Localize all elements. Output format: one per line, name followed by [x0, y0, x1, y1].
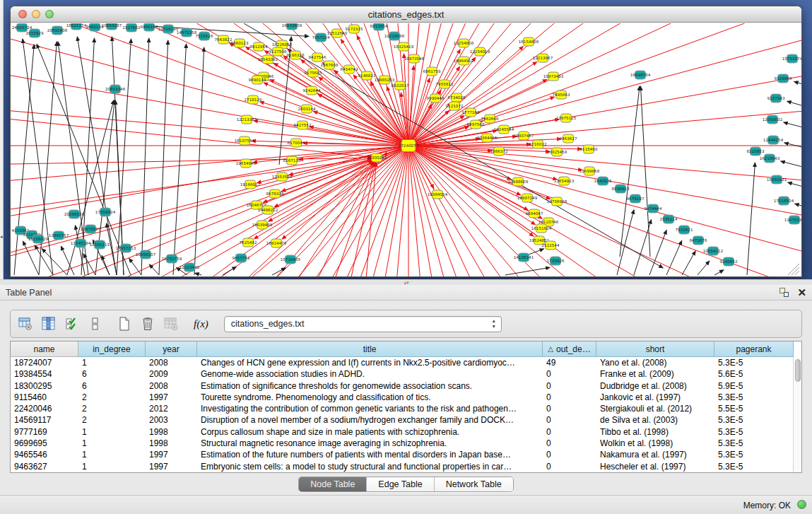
split-divider[interactable]: ▴▾	[0, 279, 812, 285]
cell-name[interactable]: 9463627	[11, 461, 78, 472]
graph-node[interactable]: 8466160	[141, 23, 158, 31]
graph-node[interactable]: 7932621	[676, 226, 693, 234]
cell-title[interactable]: Estimation of significance thresholds fo…	[197, 380, 543, 392]
black-edge[interactable]	[117, 39, 131, 275]
black-edge[interactable]	[795, 204, 801, 210]
close-window-button[interactable]	[18, 10, 27, 18]
column-header-out_degree[interactable]: △out_de…	[543, 341, 596, 357]
graph-node[interactable]: 15692931	[767, 175, 787, 184]
cell-short[interactable]: Nakamura et al. (1997)	[596, 449, 714, 460]
cell-out_degree[interactable]: 0	[543, 438, 596, 449]
red-edge[interactable]	[11, 158, 372, 173]
cell-pagerank[interactable]: 5.9E-5	[714, 380, 794, 392]
graph-node[interactable]: 8454743	[341, 65, 358, 74]
table-row[interactable]: 969969511998Structural magnetic resonanc…	[11, 438, 801, 449]
black-edge[interactable]	[195, 273, 201, 275]
table-row[interactable]: 1830029562008Estimation of significance …	[11, 380, 801, 392]
cell-out_degree[interactable]: 0	[543, 449, 596, 460]
black-edge[interactable]	[42, 249, 67, 275]
graph-node[interactable]: 16648784	[630, 71, 651, 79]
graph-node[interactable]: 2803144	[298, 105, 316, 113]
graph-node[interactable]: 18107554	[235, 136, 255, 145]
black-edge[interactable]	[788, 182, 801, 190]
cell-name[interactable]: 9115460	[11, 392, 78, 403]
graph-node[interactable]: 3915929	[26, 29, 44, 37]
graph-node[interactable]: 11254808	[454, 39, 474, 47]
zoom-window-button[interactable]	[45, 10, 54, 18]
column-header-in_degree[interactable]: in_degree	[78, 341, 146, 357]
cell-in_degree[interactable]: 6	[78, 380, 146, 392]
graph-node[interactable]: 18325419	[394, 42, 414, 51]
table-row[interactable]: 946554611997Estimation of the future num…	[11, 449, 801, 460]
cell-title[interactable]: Embryonic stem cells: a model to study s…	[197, 461, 543, 472]
cell-out_degree[interactable]: 0	[543, 380, 596, 392]
close-panel-icon[interactable]: ✕	[797, 287, 806, 298]
red-edge[interactable]	[408, 57, 476, 146]
red-edge[interactable]	[11, 162, 375, 276]
column-header-year[interactable]: year	[146, 341, 197, 357]
function-builder-icon[interactable]: f(x)	[194, 318, 208, 330]
graph-node[interactable]: 17975125	[556, 114, 577, 122]
black-edge[interactable]	[529, 249, 544, 255]
graph-node[interactable]: 9172335	[346, 25, 363, 33]
graph-node[interactable]: 16210643	[760, 154, 780, 163]
cell-in_degree[interactable]: 1	[78, 449, 146, 460]
graph-node[interactable]: 6961758	[423, 67, 441, 76]
graph-node[interactable]: 10958107	[136, 250, 156, 259]
black-edge[interactable]	[698, 261, 710, 275]
cell-name[interactable]: 9465546	[11, 449, 78, 460]
cell-year[interactable]: 1998	[146, 426, 197, 438]
red-edge[interactable]	[408, 146, 801, 226]
graph-node[interactable]: 11699868	[579, 167, 600, 175]
table-row[interactable]: 946362711997Embryonic stem cells: a mode…	[11, 461, 801, 472]
cell-title[interactable]: Genome-wide association studies in ADHD.	[197, 368, 543, 380]
cell-in_degree[interactable]: 2	[78, 403, 146, 414]
cell-year[interactable]: 2003	[146, 414, 197, 426]
cell-year[interactable]: 2008	[146, 357, 197, 368]
cell-out_degree[interactable]: 0	[543, 414, 596, 426]
cell-out_degree[interactable]: 0	[543, 403, 596, 414]
graph-node[interactable]: 20853346	[105, 85, 126, 93]
cell-short[interactable]: de Silva et al. (2003)	[596, 414, 714, 426]
column-header-short[interactable]: short	[596, 341, 714, 357]
resize-grip-icon[interactable]	[795, 271, 799, 275]
graph-node[interactable]: 17359924	[95, 208, 116, 216]
cell-out_degree[interactable]: 0	[543, 392, 596, 403]
graph-node[interactable]: 9329966	[775, 74, 792, 83]
black-edge[interactable]	[784, 143, 801, 151]
red-edge[interactable]	[11, 162, 374, 276]
graph-node[interactable]: 12213967	[533, 54, 553, 62]
cell-short[interactable]: Franke et al. (2009)	[596, 368, 714, 380]
graph-node[interactable]: 9146821	[358, 71, 376, 80]
black-edge[interactable]	[682, 251, 695, 275]
graph-node[interactable]: 9227343	[767, 94, 785, 103]
table-row[interactable]: 1872400712008Changes of HCN gene express…	[11, 357, 801, 368]
graph-node[interactable]: 10807487	[514, 132, 534, 140]
black-edge[interactable]	[194, 47, 204, 275]
graph-node[interactable]: 20206526	[64, 210, 85, 218]
cell-name[interactable]: 9777169	[11, 426, 78, 438]
column-header-name[interactable]: name	[11, 341, 78, 357]
delete-icon[interactable]	[139, 315, 157, 333]
graph-node[interactable]: 20691406	[47, 26, 68, 35]
graph-node[interactable]: 9679197	[627, 194, 645, 203]
graph-node[interactable]: 19166827	[240, 180, 261, 189]
cell-year[interactable]: 1997	[146, 392, 197, 403]
table-settings-icon[interactable]	[16, 315, 35, 333]
cell-year[interactable]: 1998	[146, 438, 197, 449]
graph-node[interactable]: 13942757	[49, 231, 69, 240]
network-graph-canvas[interactable]: 2405572439159292069140618521174986213910…	[11, 23, 801, 276]
scrollbar-thumb[interactable]	[795, 359, 801, 382]
cell-short[interactable]: Jankovic et al. (1997)	[596, 392, 714, 403]
graph-node[interactable]: 19218586	[384, 32, 405, 40]
graph-node[interactable]: 16245544	[494, 125, 514, 134]
graph-node[interactable]: 7515526	[196, 32, 213, 40]
cell-pagerank[interactable]: 5.3E-5	[714, 414, 794, 426]
red-edge[interactable]	[408, 23, 568, 146]
table-scrollbar[interactable]	[793, 357, 801, 472]
cell-out_degree[interactable]: 49	[543, 357, 596, 368]
graph-node[interactable]: 16033809	[282, 23, 302, 30]
cell-pagerank[interactable]: 5.6E-5	[714, 368, 794, 380]
black-edge[interactable]	[784, 122, 801, 131]
black-edge[interactable]	[35, 245, 53, 275]
